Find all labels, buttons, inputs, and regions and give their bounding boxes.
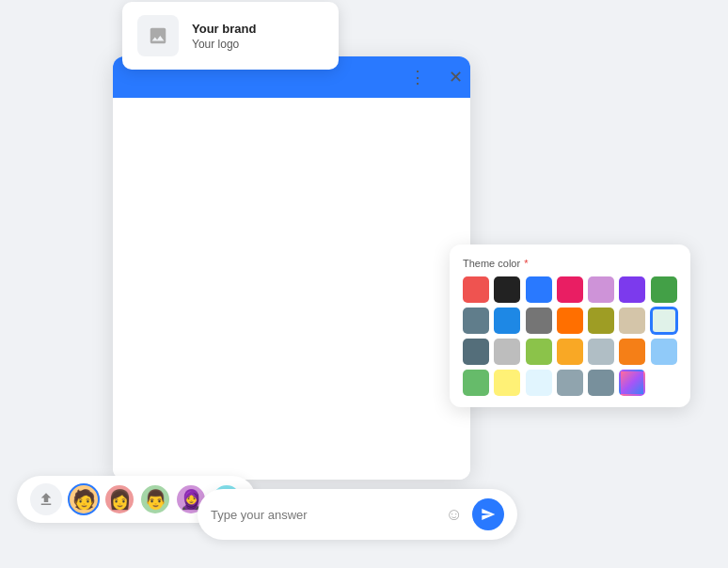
brand-text: Your brand Your logo xyxy=(192,21,256,51)
color-swatch[interactable] xyxy=(651,339,677,365)
emoji-button[interactable]: ☺ xyxy=(446,505,463,525)
color-swatch[interactable] xyxy=(494,308,520,334)
header-icons-group: ⋮ ✕ xyxy=(404,64,468,90)
avatar-2[interactable]: 👩 xyxy=(103,483,135,515)
chat-window xyxy=(113,56,470,480)
color-swatch[interactable] xyxy=(619,308,645,334)
color-swatch[interactable] xyxy=(494,276,520,303)
theme-color-label: Theme color* xyxy=(463,258,677,269)
upload-icon xyxy=(38,491,55,508)
color-swatch[interactable] xyxy=(651,276,677,303)
answer-input[interactable] xyxy=(211,508,436,522)
color-swatch[interactable] xyxy=(588,370,614,396)
color-swatch[interactable] xyxy=(588,276,614,303)
color-swatch[interactable] xyxy=(619,339,645,365)
answer-bar: ☺ xyxy=(198,489,517,540)
brand-card: Your brand Your logo xyxy=(122,2,339,70)
send-button[interactable] xyxy=(472,498,504,530)
avatar-3[interactable]: 👨 xyxy=(139,483,171,515)
color-swatch[interactable] xyxy=(494,370,520,396)
color-swatch[interactable] xyxy=(557,339,583,365)
color-picker-card: Theme color* xyxy=(450,245,690,407)
color-swatch[interactable] xyxy=(494,339,520,365)
color-swatch[interactable] xyxy=(526,276,552,303)
color-swatch[interactable] xyxy=(557,308,583,334)
color-swatch[interactable] xyxy=(651,308,677,334)
color-swatch[interactable] xyxy=(526,308,552,334)
brand-name: Your brand xyxy=(192,21,256,38)
color-swatch[interactable] xyxy=(557,370,583,396)
color-swatch[interactable] xyxy=(526,370,552,396)
chat-body xyxy=(113,98,470,480)
color-swatch[interactable] xyxy=(557,276,583,303)
color-swatch[interactable] xyxy=(463,308,489,334)
send-icon xyxy=(481,507,496,522)
color-swatch[interactable] xyxy=(463,370,489,396)
color-swatch[interactable] xyxy=(526,339,552,365)
brand-logo-label: Your logo xyxy=(192,38,256,51)
image-icon xyxy=(148,25,168,46)
close-button[interactable]: ✕ xyxy=(442,64,468,90)
color-swatch[interactable] xyxy=(619,276,645,303)
color-swatch[interactable] xyxy=(619,370,645,396)
more-options-button[interactable]: ⋮ xyxy=(404,64,431,90)
color-swatch[interactable] xyxy=(588,308,614,334)
color-swatch[interactable] xyxy=(463,339,489,365)
brand-logo-box xyxy=(137,15,179,56)
color-swatch[interactable] xyxy=(588,339,614,365)
avatar-1[interactable]: 🧑 xyxy=(68,483,100,515)
color-grid xyxy=(463,276,677,396)
color-swatch[interactable] xyxy=(463,276,489,303)
upload-button[interactable] xyxy=(30,483,62,515)
